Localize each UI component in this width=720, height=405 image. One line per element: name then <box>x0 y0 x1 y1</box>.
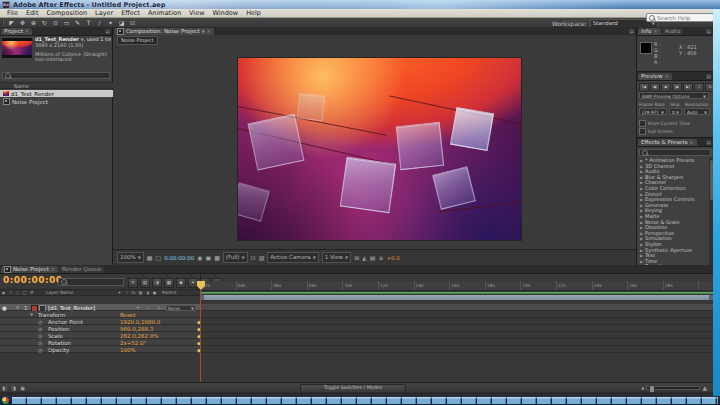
menu-item[interactable]: Composition <box>42 9 91 18</box>
stopwatch-icon[interactable]: ◷ <box>38 347 42 353</box>
parent-dropdown[interactable]: None ▼ <box>166 305 196 311</box>
panel-menu-icon[interactable]: ▤ <box>706 28 711 35</box>
close-icon[interactable]: × <box>51 266 55 273</box>
layer-quality-icon[interactable]: ✦ <box>136 305 139 311</box>
full-screen-checkbox[interactable]: Full Screen <box>639 128 673 135</box>
transport-button[interactable]: |▶ <box>672 83 682 92</box>
tab-preview[interactable]: Preview × <box>638 73 672 80</box>
current-time-display[interactable]: 0:00:00:00 <box>3 275 63 285</box>
zoom-slider[interactable] <box>646 386 700 390</box>
stopwatch-icon[interactable]: ◷ <box>38 326 42 332</box>
menu-item[interactable]: File <box>3 9 22 18</box>
eye-icon[interactable]: ● <box>2 305 7 311</box>
effects-search-box[interactable] <box>639 149 711 156</box>
menu-item[interactable]: Help <box>242 9 265 18</box>
tool-icon[interactable]: ▭ <box>61 18 72 27</box>
tool-icon[interactable]: ◪ <box>116 18 127 27</box>
zoom-in-icon[interactable]: ▲ <box>702 384 707 391</box>
project-search-input[interactable] <box>13 73 95 79</box>
layer-row[interactable]: ● ▼ 1 [d1_Test_Render] ✦ ∖ ◎ None ▼ <box>0 304 713 311</box>
timeline-button[interactable]: ◆ <box>176 278 186 288</box>
taskbar-window-buttons[interactable] <box>12 397 718 404</box>
menu-item[interactable]: Layer <box>91 9 117 18</box>
close-icon[interactable]: × <box>653 28 657 35</box>
start-button-icon[interactable] <box>2 397 9 404</box>
timeline-button[interactable]: ≡ <box>128 278 138 288</box>
panel-menu-icon[interactable]: ▤ <box>105 28 110 35</box>
project-item-footage[interactable]: d1_Test_Render <box>0 90 113 97</box>
property-value[interactable]: 262.0,262.0% <box>120 333 158 339</box>
close-icon[interactable]: × <box>207 28 211 35</box>
chevron-down-icon[interactable]: ▼ <box>202 28 205 35</box>
menu-item[interactable]: View <box>185 9 208 18</box>
tool-icon[interactable]: ⊙ <box>50 18 61 27</box>
magnification-dropdown[interactable]: 100% ▼ <box>117 252 144 263</box>
reset-link[interactable]: Reset <box>120 312 135 318</box>
expand-render-time-icon[interactable]: ◨ <box>9 385 18 391</box>
tool-icon[interactable]: ⊡ <box>127 18 138 27</box>
skip-dropdown[interactable]: 0 ▼ <box>669 108 682 115</box>
tab-effects-presets[interactable]: Effects & Presets × <box>638 139 697 146</box>
transform-property-row[interactable]: ◷ Anchor Point 1920.0,1080.0 ◆ <box>0 318 713 325</box>
tool-icon[interactable]: ✦ <box>105 18 116 27</box>
stopwatch-icon[interactable]: ◷ <box>38 340 42 346</box>
panel-menu-icon[interactable]: ▤ <box>629 28 634 35</box>
menu-item[interactable]: Edit <box>22 9 43 18</box>
from-current-time-checkbox[interactable]: From Current Time <box>639 120 690 127</box>
timeline-button[interactable]: ◑ <box>152 278 162 288</box>
close-icon[interactable]: × <box>664 73 668 80</box>
camera-view-dropdown[interactable]: Active Camera ▼ <box>267 252 318 263</box>
view-layout-dropdown[interactable]: 1 View ▼ <box>322 252 351 263</box>
project-search-box[interactable] <box>2 72 110 79</box>
property-value[interactable]: 100% <box>120 347 136 353</box>
stopwatch-icon[interactable]: ◷ <box>38 319 42 325</box>
transform-property-row[interactable]: ◷ Scale 262.0,262.0% ◆ <box>0 332 713 339</box>
property-value[interactable]: 960.0,288.3 <box>120 326 153 332</box>
tool-icon[interactable]: ✥ <box>17 18 28 27</box>
timeline-button-icon[interactable]: ▤ <box>370 254 376 261</box>
transform-property-row[interactable]: ◷ Position 960.0,288.3 ◆ <box>0 325 713 332</box>
transform-property-row[interactable]: ◷ Opacity 100% ◆ <box>0 346 713 353</box>
menu-item[interactable]: Window <box>209 9 243 18</box>
ram-preview-options-dropdown[interactable]: RAM Preview Options ▼ <box>639 92 709 99</box>
property-name[interactable]: Opacity <box>48 347 69 353</box>
viewer-timecode[interactable]: 0:00:00:00 <box>164 255 194 261</box>
timeline-button[interactable]: ▤ <box>140 278 150 288</box>
flowchart-icon[interactable]: ≡ <box>378 254 383 261</box>
region-of-interest-icon[interactable]: ⊡ <box>251 254 256 261</box>
checkbox-icon[interactable] <box>639 128 646 135</box>
expand-in-out-icon[interactable]: ◧ <box>0 385 9 391</box>
frame-rate-dropdown[interactable]: (29.97) ▼ <box>639 108 667 115</box>
panel-menu-icon[interactable]: ▤ <box>706 139 711 146</box>
property-name[interactable]: Scale <box>48 333 63 339</box>
expand-transfer-icon[interactable]: ▣ <box>18 385 27 391</box>
timeline-button[interactable]: ✦ <box>188 278 198 288</box>
project-name-column-header[interactable]: Name <box>0 82 113 89</box>
tool-icon[interactable]: ◤ <box>6 18 17 27</box>
transform-group-row[interactable]: ▼ Transform Reset <box>0 311 713 318</box>
property-name[interactable]: Anchor Point <box>48 319 83 325</box>
stopwatch-icon[interactable]: ◷ <box>38 333 42 339</box>
grid-guides-icon[interactable]: ▦ <box>147 254 153 261</box>
transform-property-row[interactable]: ◷ Rotation 2x+52.0° ◆ <box>0 339 713 346</box>
tab-composition[interactable]: Composition: Noise Project ▼ × <box>114 28 214 35</box>
transparency-grid-icon[interactable]: ▨ <box>259 254 265 261</box>
help-search-box[interactable] <box>646 13 714 22</box>
property-value[interactable]: 1920.0,1080.0 <box>120 319 160 325</box>
viewer-chip[interactable]: Noise Project <box>117 36 158 45</box>
exposure-value[interactable]: +0.0 <box>386 255 399 261</box>
close-icon[interactable]: × <box>690 139 694 146</box>
project-item-composition[interactable]: Noise Project <box>0 98 113 105</box>
tab-render-queue[interactable]: Render Queue <box>59 266 104 273</box>
tab-info[interactable]: Info × <box>638 28 661 35</box>
timeline-search-input[interactable] <box>69 279 117 285</box>
resolution-dropdown[interactable]: (Full) ▼ <box>223 252 248 263</box>
tool-icon[interactable]: ↻ <box>39 18 50 27</box>
tool-icon[interactable]: ∕ <box>94 18 105 27</box>
panel-menu-icon[interactable]: ▤ <box>706 73 711 80</box>
time-ruler[interactable]: 02s04s06s08s10s12s14s16s18s20s22s24s26s2… <box>200 281 713 291</box>
layer-effects-icon[interactable]: ∖ <box>146 305 149 311</box>
tool-icon[interactable]: T <box>83 18 94 27</box>
resolution-dropdown[interactable]: Auto ▼ <box>684 108 710 115</box>
channels-icon[interactable]: ▩ <box>214 254 220 261</box>
